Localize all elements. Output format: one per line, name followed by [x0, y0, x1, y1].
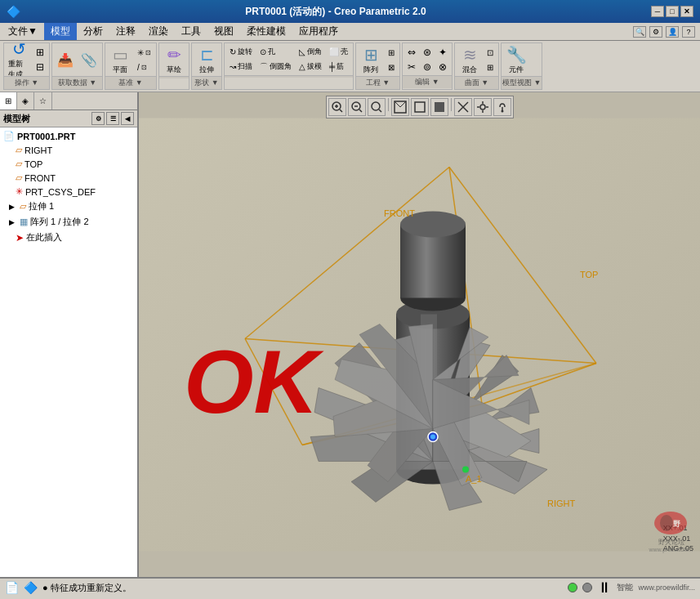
menu-render[interactable]: 渲染: [142, 23, 175, 40]
sketch-button[interactable]: ✏ 草绘: [161, 45, 187, 74]
settings-icon[interactable]: ⚙: [649, 26, 662, 38]
menu-file[interactable]: 文件▼: [2, 23, 44, 40]
datum-btn2[interactable]: /⊡: [134, 60, 154, 74]
watermark: 野 野火论坛 www.proewildfir...: [649, 509, 693, 552]
prt-icon: 📄: [3, 131, 15, 141]
chamfer-button[interactable]: ◺倒角: [296, 45, 325, 59]
sidebar-tab-layers[interactable]: ◈: [17, 92, 34, 110]
rib-button[interactable]: ╪筋: [326, 60, 351, 74]
extrude-label: 拉伸: [199, 65, 214, 75]
shape-group-section: ↻旋转 ↝扫描 ⊙孔 ⌒倒圆角 ◺倒角 △拔模 ⬜壳 ╪筋: [224, 42, 354, 90]
menu-model[interactable]: 模型: [44, 23, 77, 40]
maximize-button[interactable]: □: [666, 6, 679, 17]
datum-label: 基准 ▼: [105, 76, 156, 89]
svg-text:野: 野: [673, 520, 680, 528]
shell-button[interactable]: ⬜壳: [326, 45, 351, 59]
surface-sub1[interactable]: ⊡: [484, 46, 497, 60]
view-solid-btn[interactable]: [430, 98, 448, 116]
tree-item-top[interactable]: ▱ TOP: [0, 157, 137, 171]
edit-btn1[interactable]: ⇔: [404, 45, 419, 59]
menu-flex-modeling[interactable]: 柔性建模: [240, 23, 292, 40]
help-icon[interactable]: ?: [682, 26, 695, 38]
op-btn1[interactable]: ⊞: [33, 46, 47, 60]
menu-annotation[interactable]: 注释: [109, 23, 142, 40]
tree-item-array1[interactable]: ▶ ▦ 阵列 1 / 拉伸 2: [0, 214, 137, 230]
svg-rect-10: [415, 102, 425, 112]
view-link-btn[interactable]: [493, 98, 511, 116]
svg-point-60: [430, 435, 435, 440]
zoom-out-btn[interactable]: [348, 98, 366, 116]
csys-label: PRT_CSYS_DEF: [25, 187, 96, 197]
sketch-section: ✏ 草绘: [158, 42, 189, 90]
tree-item-insert[interactable]: ➤ 在此插入: [0, 230, 137, 245]
insert-label: 在此插入: [26, 231, 62, 244]
sidebar-tab-tree[interactable]: ⊞: [0, 92, 17, 110]
get-data-btn2[interactable]: 📎: [78, 45, 100, 74]
close-button[interactable]: ✕: [680, 6, 693, 17]
edit-btn3[interactable]: ⊛: [420, 45, 435, 59]
vp-sep2: [451, 98, 452, 111]
svg-point-20: [501, 110, 503, 113]
rebuild-button[interactable]: ↺ 重新生成: [6, 45, 32, 74]
viewport[interactable]: FRONT TOP RIGHT A_1 OK XX+.01 XXX-.01 AN…: [139, 92, 700, 577]
tree-item-front[interactable]: ▱ FRONT: [0, 171, 137, 185]
menu-apps[interactable]: 应用程序: [292, 23, 345, 40]
menu-tools[interactable]: 工具: [175, 23, 207, 40]
tree-settings-btn[interactable]: ⚙: [91, 112, 105, 125]
view-cross-btn[interactable]: [454, 98, 472, 116]
tree-filter-btn[interactable]: ☰: [106, 112, 119, 125]
user-icon[interactable]: 👤: [666, 26, 679, 38]
get-data-btn1[interactable]: 📥: [54, 45, 77, 74]
top-label: TOP: [25, 159, 42, 169]
array-sub1[interactable]: ⊞: [385, 46, 398, 60]
sketch-label: 草绘: [167, 65, 181, 75]
array-button[interactable]: ⊞ 阵列: [358, 45, 384, 74]
view-box-btn[interactable]: [411, 98, 429, 116]
top-plane-icon: ▱: [16, 159, 22, 169]
array1-label: 阵列 1 / 拉伸 2: [30, 216, 89, 228]
zoom-fit-btn[interactable]: [368, 98, 386, 116]
sidebar: ⊞ ◈ ☆ 模型树 ⚙ ☰ ◀ 📄 PRT0001.PRT ▱ RIGHT: [0, 92, 139, 577]
fillet-button[interactable]: ⌒倒圆角: [256, 60, 295, 74]
op-btn2[interactable]: ⊟: [33, 60, 47, 74]
website-label: www.proewildfir...: [638, 583, 695, 592]
sidebar-tab-fav[interactable]: ☆: [34, 92, 52, 110]
datum-btn1[interactable]: ✳⊡: [134, 46, 154, 60]
view-select-btn[interactable]: [391, 98, 409, 116]
window-controls: ─ □ ✕: [651, 6, 693, 17]
zoom-in-btn[interactable]: [328, 98, 346, 116]
edit-btn5[interactable]: ✦: [435, 45, 450, 59]
get-data-section: 📥 📎 获取数据 ▼: [51, 42, 103, 90]
menu-view[interactable]: 视图: [207, 23, 240, 40]
sweep-button[interactable]: ↝扫描: [226, 60, 256, 74]
extrude1-expand-icon[interactable]: ▶: [9, 203, 17, 211]
draft-button[interactable]: △拔模: [296, 60, 325, 74]
main-toolbar: ↺ 重新生成 ⊞ ⊟ 操作 ▼ 📥 📎 获取数据 ▼ ▭ 平面: [0, 41, 700, 92]
search-icon[interactable]: 🔍: [633, 26, 646, 38]
component-btn1[interactable]: 🔧 元件: [503, 45, 529, 74]
tree-item-csys[interactable]: ✳ PRT_CSYS_DEF: [0, 185, 137, 199]
array-sub2[interactable]: ⊠: [385, 60, 398, 74]
tree-collapse-btn[interactable]: ◀: [121, 112, 134, 125]
edit-btn2[interactable]: ✂: [404, 60, 419, 74]
array1-expand-icon[interactable]: ▶: [9, 218, 17, 226]
extrude-button[interactable]: ⊏ 拉伸: [194, 45, 220, 74]
minimize-button[interactable]: ─: [651, 6, 664, 17]
surface-btn1[interactable]: ≋ 混合: [457, 45, 483, 74]
tree-item-extrude1[interactable]: ▶ ▱ 拉伸 1: [0, 199, 137, 214]
tree-item-right[interactable]: ▱ RIGHT: [0, 143, 137, 157]
edit-btn4[interactable]: ⊚: [420, 60, 435, 74]
view-settings-btn[interactable]: [474, 98, 492, 116]
surface-sub2[interactable]: ⊞: [484, 60, 497, 74]
menu-analysis[interactable]: 分析: [77, 23, 109, 40]
status-record-btn[interactable]: ⏸: [597, 579, 612, 597]
extrude1-icon: ▱: [20, 201, 26, 212]
plane-button[interactable]: ▭ 平面: [107, 45, 133, 74]
rotate-button[interactable]: ↻旋转: [226, 45, 256, 59]
hole-button[interactable]: ⊙孔: [256, 45, 295, 59]
svg-text:TOP: TOP: [580, 270, 598, 279]
status-indicators: ⏸ 智能 www.proewildfir...: [568, 579, 695, 597]
tree-item-prt0001[interactable]: 📄 PRT0001.PRT: [0, 129, 137, 143]
edit-btn6[interactable]: ⊗: [435, 60, 450, 74]
svg-text:RIGHT: RIGHT: [547, 498, 576, 508]
